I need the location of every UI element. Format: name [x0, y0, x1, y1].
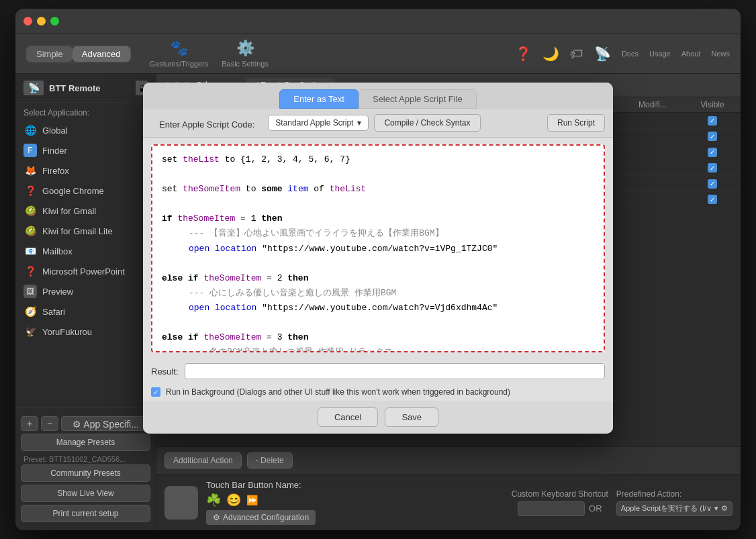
sidebar-title: BTT Remote	[49, 83, 101, 93]
code-line-5: if theSomeItem = 1 then	[162, 211, 594, 226]
sidebar: 📡 BTT Remote 📱 Select Application: 🌐 Glo…	[15, 74, 156, 530]
tab-enter-text[interactable]: Enter as Text	[279, 89, 359, 109]
result-label: Result:	[151, 366, 178, 377]
run-script-button[interactable]: Run Script	[547, 114, 605, 132]
code-label: Enter Apple Script Code:	[151, 115, 263, 131]
modal-tab-bar: Enter as Text Select Apple Script File	[143, 83, 613, 109]
show-live-view-button[interactable]: Show Live View	[21, 485, 150, 502]
app-item-global[interactable]: 🌐 Global	[15, 120, 156, 140]
maximize-button[interactable]	[50, 17, 59, 26]
minimize-button[interactable]	[37, 17, 46, 26]
app-item-mailbox[interactable]: 📧 Mailbox	[15, 241, 156, 261]
simple-button[interactable]: Simple	[27, 46, 73, 62]
remove-app-button[interactable]: −	[41, 416, 58, 431]
app-item-finder[interactable]: F Finder	[15, 140, 156, 160]
news-label[interactable]: News	[711, 50, 730, 58]
code-line-14: --- 冬のBGM音楽と癒しの風景 作業用 リラックス	[189, 345, 594, 352]
modal-toolbar: Enter Apple Script Code: Standard Apple …	[143, 109, 613, 138]
app-name-preview: Preview	[42, 287, 73, 297]
predefined-chevron-icon: ▾	[714, 504, 718, 513]
app-name-mailbox: Mailbox	[42, 246, 73, 256]
basic-settings-nav[interactable]: ⚙️ Basic Settings	[222, 40, 269, 68]
additional-action-button[interactable]: Additional Action	[164, 452, 242, 469]
app-item-kiwi-lite[interactable]: 🥝 Kiwi for Gmail Lite	[15, 221, 156, 241]
cancel-button[interactable]: Cancel	[318, 407, 378, 427]
firefox-icon: 🦊	[23, 164, 37, 177]
simple-advanced-toggle: Simple Advanced	[26, 46, 131, 62]
keyboard-shortcut-row: OR	[518, 501, 602, 516]
visible-checkbox[interactable]: ✓	[708, 116, 717, 126]
visible-checkbox[interactable]: ✓	[708, 163, 717, 173]
usage-label[interactable]: Usage	[649, 50, 671, 58]
global-icon: 🌐	[23, 124, 37, 137]
visible-checkbox[interactable]: ✓	[708, 195, 717, 204]
code-line-10: --- 心にしみる優しい音楽と癒しの風景 作業用BGM	[189, 286, 594, 301]
preset-label: Preset: BTT151002_CAD556...	[21, 454, 150, 464]
community-presets-button[interactable]: Community Presets	[21, 464, 150, 482]
paw-icon: 🐾	[170, 40, 188, 57]
gestures-triggers-nav[interactable]: 🐾 Gestures/Triggers	[150, 40, 209, 68]
visible-checkbox[interactable]: ✓	[708, 132, 717, 141]
app-item-firefox[interactable]: 🦊 Firefox	[15, 160, 156, 181]
advanced-button[interactable]: Advanced	[73, 46, 130, 62]
script-type-select[interactable]: Standard Apple Script ▾	[268, 115, 369, 131]
touch-bar-name-row: ☘️ 😊 ⏩	[206, 493, 316, 507]
title-bar	[15, 9, 741, 34]
app-name-chrome: Google Chrome	[42, 186, 104, 196]
run-in-background-checkbox[interactable]: ✓	[151, 387, 160, 397]
row-visible: ✓	[692, 115, 733, 126]
app-name-safari: Safari	[42, 307, 65, 317]
app-specific-button[interactable]: ⚙ App Specifi...	[61, 416, 150, 431]
predefined-action-select[interactable]: Apple Scriptを実行する (I/∨ ▾ ⚙	[616, 501, 733, 516]
app-item-safari[interactable]: 🧭 Safari	[15, 301, 156, 322]
sidebar-bottom: + − ⚙ App Specifi... Manage Presets Pres…	[15, 407, 156, 530]
about-label[interactable]: About	[681, 50, 701, 58]
powerpoint-icon: ❓	[23, 264, 37, 278]
help-icon[interactable]: ❓	[515, 46, 532, 62]
yorufukurou-icon: 🦅	[23, 325, 37, 338]
compile-button[interactable]: Compile / Check Syntax	[374, 114, 480, 132]
close-button[interactable]	[23, 17, 32, 26]
manage-presets-button[interactable]: Manage Presets	[21, 434, 150, 451]
visible-checkbox[interactable]: ✓	[708, 179, 717, 189]
select-application-label: Select Application:	[15, 103, 156, 120]
traffic-lights	[23, 17, 59, 26]
tab-select-file[interactable]: Select Apple Script File	[359, 89, 477, 109]
wifi-icon[interactable]: 📡	[594, 46, 611, 62]
app-item-powerpoint[interactable]: ❓ Microsoft PowerPoint	[15, 261, 156, 281]
print-current-setup-button[interactable]: Print current setup	[21, 505, 150, 522]
add-remove-row: + − ⚙ App Specifi...	[21, 413, 150, 434]
app-item-kiwi[interactable]: 🥝 Kiwi for Gmail	[15, 201, 156, 221]
add-app-button[interactable]: +	[21, 416, 38, 431]
result-row: Result:	[143, 359, 613, 383]
app-item-chrome[interactable]: ❓ Google Chrome	[15, 181, 156, 201]
finder-icon: F	[23, 144, 37, 157]
keyboard-shortcut-input[interactable]	[518, 501, 585, 516]
code-editor[interactable]: set theList to {1, 2, 3, 4, 5, 6, 7} set…	[151, 144, 605, 352]
app-name-yorufukurou: YoruFukurou	[42, 327, 92, 337]
background-checkbox-row: ✓ Run in Background (Dialogs and other U…	[143, 383, 613, 401]
adv-config-row: ⚙ Advanced Configuration	[206, 510, 316, 525]
app-item-preview[interactable]: 🖼 Preview	[15, 281, 156, 301]
app-item-yorufukurou[interactable]: 🦅 YoruFukurou	[15, 322, 156, 342]
docs-label[interactable]: Docs	[622, 50, 639, 58]
visible-checkbox[interactable]: ✓	[708, 148, 717, 157]
smiley-icon: 😊	[226, 493, 241, 507]
tag-icon[interactable]: 🏷	[570, 46, 583, 62]
chrome-icon: ❓	[23, 184, 37, 197]
app-name-powerpoint: Microsoft PowerPoint	[42, 266, 125, 277]
safari-icon: 🧭	[23, 305, 37, 318]
code-line-6: --- 【音楽】心地よい風景画でイライラを抑える【作業用BGM】	[189, 226, 594, 241]
code-line-12	[162, 315, 594, 330]
result-input[interactable]	[185, 363, 605, 379]
advanced-configuration-button[interactable]: ⚙ Advanced Configuration	[206, 510, 316, 525]
moon-icon[interactable]: 🌙	[542, 46, 559, 62]
app-name-finder: Finder	[42, 146, 67, 156]
delete-button[interactable]: - Delete	[247, 452, 293, 469]
save-button[interactable]: Save	[385, 407, 438, 427]
shamrock-icon: ☘️	[206, 493, 221, 507]
code-line-7: open location "https://www.youtube.com/w…	[189, 242, 594, 256]
kiwi-icon: 🥝	[23, 204, 37, 217]
run-in-background-label: Run in Background (Dialogs and other UI …	[166, 387, 510, 397]
app-name-kiwi: Kiwi for Gmail	[42, 206, 96, 216]
